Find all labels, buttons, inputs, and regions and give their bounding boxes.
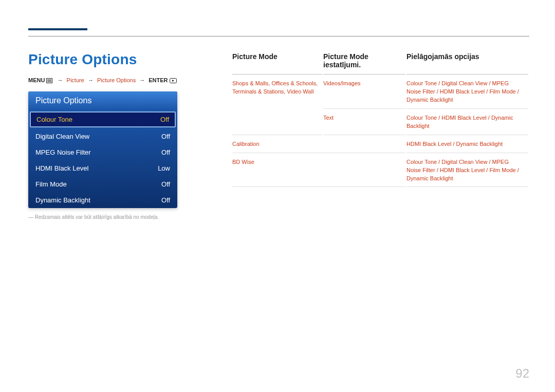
arrow-icon: → xyxy=(58,77,63,83)
table-header: Picture Mode iestatījumi. xyxy=(323,52,405,74)
menu-row-label: Colour Tone xyxy=(36,116,72,123)
table-cell: Colour Tone / Digital Clean View / MPEG … xyxy=(406,76,528,109)
table-cell: Colour Tone / HDMI Black Level / Dynamic… xyxy=(406,110,528,135)
menu-row[interactable]: Film ModeOff xyxy=(28,176,177,192)
breadcrumb-enter: ENTER xyxy=(149,77,168,83)
page-title: Picture Options xyxy=(28,51,203,68)
arrow-icon: → xyxy=(139,77,145,83)
table-cell: Shops & Malls, Offices & Schools, Termin… xyxy=(232,76,322,135)
options-table: Picture Mode Picture Mode iestatījumi. P… xyxy=(231,51,529,188)
table-cell: HDMI Black Level / Dynamic Backlight xyxy=(406,136,528,153)
menu-row-value: Off xyxy=(160,116,169,123)
table-row: BD WiseColour Tone / Digital Clean View … xyxy=(232,154,528,188)
menu-row-value: Low xyxy=(158,164,170,172)
footnote: ― Redzamais attēls var būt atšķirīgs atk… xyxy=(28,214,203,220)
top-rule xyxy=(28,36,529,36)
menu-row-label: HDMI Black Level xyxy=(35,164,88,172)
breadcrumb-step: Picture xyxy=(67,77,84,83)
accent-bar xyxy=(28,28,87,30)
menu-panel-header: Picture Options xyxy=(28,91,177,110)
table-cell: Text xyxy=(323,110,405,135)
menu-row[interactable]: MPEG Noise FilterOff xyxy=(28,144,177,160)
table-row: CalibrationHDMI Black Level / Dynamic Ba… xyxy=(232,136,528,153)
svg-marker-5 xyxy=(172,80,174,82)
enter-icon xyxy=(170,78,177,84)
menu-row-value: Off xyxy=(161,133,170,140)
breadcrumb-menu: MENU xyxy=(28,77,45,83)
menu-panel: Picture Options Colour ToneOffDigital Cl… xyxy=(28,91,177,208)
menu-row-value: Off xyxy=(161,180,170,188)
menu-row-label: MPEG Noise Filter xyxy=(35,148,91,156)
page-number: 92 xyxy=(515,366,529,381)
menu-row-value: Off xyxy=(161,148,170,156)
menu-row-label: Film Mode xyxy=(35,180,67,188)
breadcrumb: MENU → Picture → Picture Options → ENTER xyxy=(28,77,203,84)
table-cell: BD Wise xyxy=(232,154,405,188)
menu-row-value: Off xyxy=(161,196,170,204)
menu-row-label: Digital Clean View xyxy=(35,133,89,140)
table-cell: Colour Tone / Digital Clean View / MPEG … xyxy=(406,154,528,188)
table-row: Shops & Malls, Offices & Schools, Termin… xyxy=(232,76,528,109)
menu-row-label: Dynamic Backlight xyxy=(35,196,90,204)
table-cell: Videos/Images xyxy=(323,76,405,109)
menu-row[interactable]: Dynamic BacklightOff xyxy=(28,192,177,208)
arrow-icon: → xyxy=(88,77,94,83)
menu-row[interactable]: HDMI Black LevelLow xyxy=(28,160,177,176)
breadcrumb-step: Picture Options xyxy=(97,77,136,83)
menu-row[interactable]: Colour ToneOff xyxy=(30,111,176,127)
table-header: Picture Mode xyxy=(232,52,322,74)
table-cell: Calibration xyxy=(232,136,405,153)
menu-row[interactable]: Digital Clean ViewOff xyxy=(28,128,177,144)
menu-icon xyxy=(46,78,52,84)
table-header: Pielāgojamās opcijas xyxy=(406,52,528,74)
